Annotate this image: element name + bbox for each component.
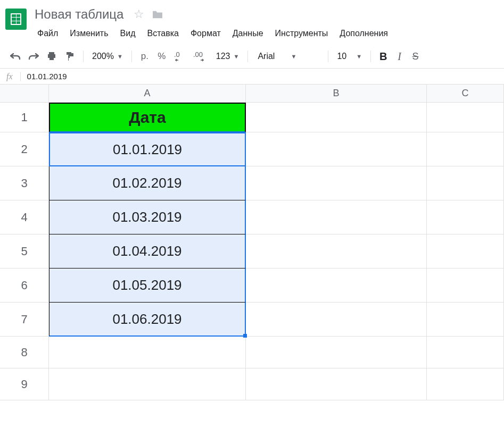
chevron-down-icon: ▼: [356, 53, 362, 60]
formula-bar-input[interactable]: 01.01.2019: [27, 72, 498, 81]
cell-a9[interactable]: [49, 368, 246, 400]
menu-view[interactable]: Вид: [115, 27, 141, 40]
svg-text:.0: .0: [174, 51, 180, 58]
cell-c3[interactable]: [427, 166, 504, 200]
cell-c1[interactable]: [427, 103, 504, 132]
cell-a7[interactable]: 01.06.2019: [49, 303, 246, 337]
toolbar: 200% ▼ р. % .0 .00 123 ▼ Arial ▼ 10 ▼ B …: [0, 45, 504, 69]
menu-addons[interactable]: Дополнения: [334, 27, 393, 40]
toolbar-separator: [83, 51, 84, 62]
undo-button[interactable]: [7, 49, 23, 64]
row-header-4[interactable]: 4: [0, 200, 49, 234]
row-header-7[interactable]: 7: [0, 303, 49, 337]
column-header-row: A B C: [0, 85, 504, 103]
cell-b6[interactable]: [246, 268, 427, 303]
row-7: 7 01.06.2019: [0, 303, 504, 337]
cell-a6[interactable]: 01.05.2019: [49, 268, 246, 303]
chevron-down-icon: ▼: [291, 53, 296, 60]
cell-a1[interactable]: Дата: [49, 103, 246, 132]
cell-b4[interactable]: [246, 200, 427, 234]
print-button[interactable]: [44, 49, 60, 64]
fx-icon: fx: [6, 72, 13, 81]
row-3: 3 01.02.2019: [0, 166, 504, 200]
cell-b8[interactable]: [246, 337, 427, 368]
menubar: Файл Изменить Вид Вставка Формат Данные …: [32, 26, 499, 40]
font-size-dropdown[interactable]: 10 ▼: [334, 52, 365, 61]
cell-a3[interactable]: 01.02.2019: [49, 166, 246, 200]
formula-bar: fx 01.01.2019: [0, 69, 504, 85]
menu-tools[interactable]: Инструменты: [270, 27, 334, 40]
column-header-b[interactable]: B: [246, 85, 427, 103]
toolbar-separator: [370, 51, 371, 62]
row-header-5[interactable]: 5: [0, 234, 49, 268]
currency-format-button[interactable]: р.: [137, 49, 152, 64]
chevron-down-icon: ▼: [117, 53, 123, 60]
cell-a5[interactable]: 01.04.2019: [49, 234, 246, 268]
row-header-9[interactable]: 9: [0, 368, 49, 400]
bold-button[interactable]: B: [376, 51, 390, 63]
cell-c2[interactable]: [427, 132, 504, 166]
toolbar-separator: [131, 51, 132, 62]
cell-c9[interactable]: [427, 368, 504, 400]
row-2: 2 01.01.2019: [0, 132, 504, 166]
cell-b2[interactable]: [246, 132, 427, 166]
toolbar-separator: [328, 51, 328, 62]
redo-button[interactable]: [26, 49, 42, 64]
grid-body: 1 Дата 2 01.01.2019 3 01.02.2019 4 01.03…: [0, 103, 504, 400]
row-1: 1 Дата: [0, 103, 504, 132]
select-all-corner[interactable]: [0, 85, 49, 103]
menu-file[interactable]: Файл: [32, 27, 63, 40]
spreadsheet-grid: A B C 1 Дата 2 01.01.2019 3 01.02.2019 4…: [0, 85, 504, 400]
cell-c6[interactable]: [427, 268, 504, 303]
cell-c5[interactable]: [427, 234, 504, 268]
app-header: Новая таблица ☆ Файл Изменить Вид Вставк…: [0, 0, 504, 40]
column-header-a[interactable]: A: [49, 85, 246, 103]
cell-b7[interactable]: [246, 303, 427, 337]
cell-b3[interactable]: [246, 166, 427, 200]
sheets-logo[interactable]: [5, 9, 27, 30]
cell-a4[interactable]: 01.03.2019: [49, 200, 246, 234]
cell-b9[interactable]: [246, 368, 427, 400]
cell-a2[interactable]: 01.01.2019: [49, 132, 246, 166]
row-header-1[interactable]: 1: [0, 103, 49, 132]
menu-format[interactable]: Формат: [185, 27, 226, 40]
font-size-value: 10: [337, 52, 346, 61]
menu-edit[interactable]: Изменить: [64, 27, 113, 40]
italic-button[interactable]: I: [393, 51, 407, 63]
percent-format-button[interactable]: %: [154, 49, 169, 64]
row-header-8[interactable]: 8: [0, 337, 49, 368]
increase-decimal-button[interactable]: .00: [191, 49, 211, 64]
menu-data[interactable]: Данные: [227, 27, 269, 40]
row-4: 4 01.03.2019: [0, 200, 504, 234]
cell-c8[interactable]: [427, 337, 504, 368]
document-title[interactable]: Новая таблица: [32, 5, 126, 23]
fill-handle[interactable]: [243, 334, 247, 338]
cell-b1[interactable]: [246, 103, 427, 132]
zoom-dropdown[interactable]: 200% ▼: [89, 52, 126, 61]
row-header-6[interactable]: 6: [0, 268, 49, 303]
row-header-3[interactable]: 3: [0, 166, 49, 200]
decrease-decimal-button[interactable]: .0: [171, 49, 188, 64]
column-header-c[interactable]: C: [427, 85, 504, 103]
zoom-value: 200%: [92, 52, 114, 61]
fx-separator: [20, 72, 21, 81]
folder-icon[interactable]: [152, 10, 163, 19]
star-icon[interactable]: ☆: [134, 7, 144, 21]
row-header-2[interactable]: 2: [0, 132, 49, 166]
cell-a7-value: 01.06.2019: [112, 311, 181, 328]
row-9: 9: [0, 368, 504, 400]
cell-b5[interactable]: [246, 234, 427, 268]
font-name: Arial: [258, 52, 275, 61]
strikethrough-button[interactable]: S: [409, 51, 423, 62]
svg-text:.00: .00: [193, 51, 203, 58]
more-formats-dropdown[interactable]: 123 ▼: [213, 52, 243, 61]
cell-c7[interactable]: [427, 303, 504, 337]
cell-c4[interactable]: [427, 200, 504, 234]
menu-insert[interactable]: Вставка: [142, 27, 184, 40]
cell-a8[interactable]: [49, 337, 246, 368]
more-formats-label: 123: [216, 52, 230, 61]
paint-format-button[interactable]: [62, 49, 78, 64]
font-dropdown[interactable]: Arial ▼: [253, 52, 323, 61]
title-row: Новая таблица ☆: [32, 5, 499, 23]
chevron-down-icon: ▼: [234, 53, 239, 60]
